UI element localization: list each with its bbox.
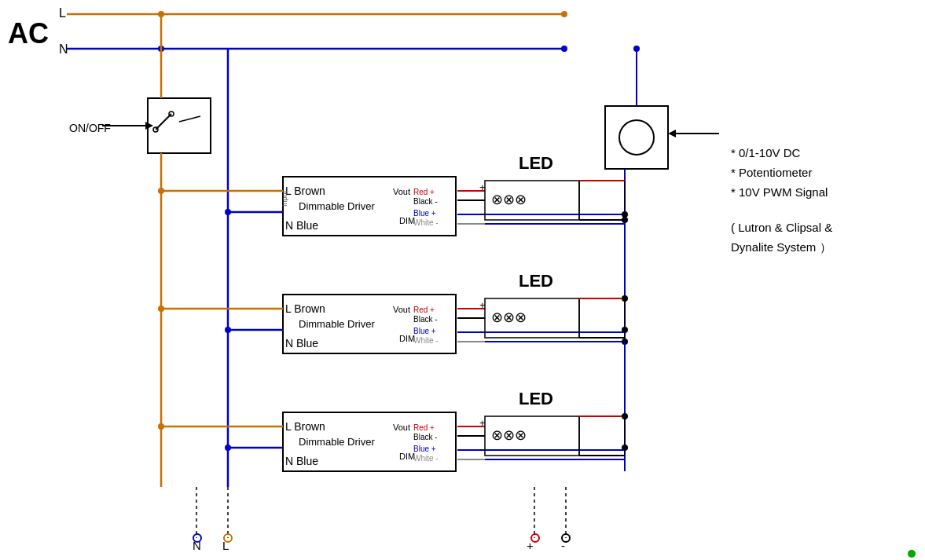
driver1-input: Input <box>281 190 288 207</box>
info-line1: * 0/1-10V DC <box>731 146 801 159</box>
led1-plus: + <box>479 181 486 193</box>
d1-red-label: Red + <box>413 188 435 196</box>
bottom-plus-circle <box>531 534 539 542</box>
driver2-n-blue: N Blue <box>285 337 318 350</box>
info-line5: Dynalite System ） <box>731 240 831 254</box>
d1-l-dot <box>158 188 164 194</box>
d2-blue-label: Blue + <box>413 327 436 335</box>
info-line2: * Potentiometer <box>731 166 812 179</box>
led3-symbol: ⊗⊗⊗ <box>491 427 527 443</box>
driver1-vout: Vout <box>393 187 410 196</box>
driver1-l-brown: L Brown <box>285 185 325 197</box>
driver3-n-blue: N Blue <box>285 455 318 467</box>
info-line4: ( Lutron & Clipsal & <box>731 221 832 234</box>
led3-minus: - <box>479 443 483 455</box>
driver3-label: Dimmable Driver <box>299 436 375 448</box>
d1-blue-label: Blue + <box>413 209 436 218</box>
led2-plus: + <box>479 299 486 311</box>
d2-red-label: Red + <box>413 306 435 314</box>
led1-symbol: ⊗⊗⊗ <box>491 192 527 207</box>
on-off-label: ON/OFF <box>69 122 111 134</box>
d1-black-label: Black - <box>413 197 438 206</box>
driver3-l-brown: L Brown <box>285 420 325 433</box>
d3-black-label: Black - <box>413 433 438 441</box>
d1-white-label: White - <box>413 218 439 227</box>
n-dot-right <box>561 46 567 52</box>
pot-circle <box>619 120 654 155</box>
driver1-n-blue: N Blue <box>285 219 318 232</box>
driver2-vout: Vout <box>393 305 410 314</box>
green-dot <box>908 550 916 558</box>
switch-box <box>148 98 211 153</box>
l-label-top: L <box>59 6 66 20</box>
led3-right-top-dot <box>622 413 628 419</box>
led2-minus: - <box>479 325 483 337</box>
driver1-label: Dimmable Driver <box>299 200 375 212</box>
info-line3: * 10V PWM Signal <box>731 185 828 199</box>
d2-black-label: Black - <box>413 315 438 324</box>
pot-arrow-head <box>668 130 676 137</box>
l-dot-right <box>561 11 567 17</box>
led3-label: LED <box>519 389 553 408</box>
driver2-label: Dimmable Driver <box>299 318 375 330</box>
d3-l-dot <box>158 423 164 430</box>
pot-n-dot <box>633 46 640 52</box>
led2-right-top-dot <box>622 295 628 302</box>
led1-minus: - <box>479 207 483 219</box>
led1-right-bottom-dot <box>622 217 628 223</box>
d2-white-label: White - <box>413 336 439 345</box>
led2-symbol: ⊗⊗⊗ <box>491 309 527 325</box>
n-label-top: N <box>59 42 68 56</box>
ac-label: AC <box>8 17 49 49</box>
d3-red-label: Red + <box>413 423 435 432</box>
driver3-vout: Vout <box>393 423 410 432</box>
led1-label: LED <box>519 153 553 173</box>
d2-l-dot <box>158 306 164 312</box>
d3-blue-label: Blue + <box>413 445 436 453</box>
led2-label: LED <box>519 271 553 291</box>
d3-white-label: White - <box>413 454 439 463</box>
led3-plus: + <box>479 417 486 429</box>
driver2-l-brown: L Brown <box>285 302 325 315</box>
